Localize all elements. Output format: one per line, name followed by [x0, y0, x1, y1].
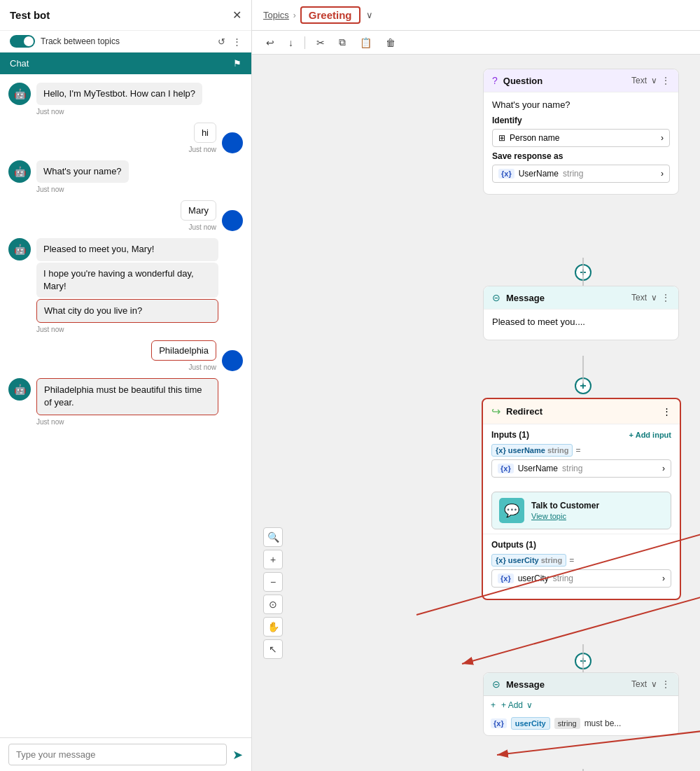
question-node: ? Question Text ∨ ⋮ What's your name? Id…	[483, 69, 679, 195]
node-header-left: ⊝ Message	[492, 679, 545, 690]
user-bubble-wrap: Mary Just now	[181, 200, 216, 231]
copy-button[interactable]: ⧉	[336, 35, 349, 50]
close-button[interactable]: ✕	[232, 8, 241, 22]
talk-text: Talk to Customer View topic	[531, 501, 599, 520]
node-title-2: Message	[506, 679, 545, 690]
text-label-2: Text	[631, 679, 647, 689]
add-text: + Add	[501, 700, 523, 710]
top-bar: Topics › Greeting ∨	[252, 0, 700, 31]
var-badge: {x}	[498, 169, 514, 179]
chat-tab[interactable]: Chat ⚑	[0, 53, 251, 74]
paste-button[interactable]: 📋	[357, 36, 374, 50]
add-row[interactable]: + + Add ∨	[484, 696, 678, 714]
text-label: Text	[631, 76, 647, 85]
redirect-header-left: ↪ Redirect	[491, 405, 542, 418]
equals-sign: =	[569, 555, 574, 565]
type-chevron-icon[interactable]: ∨	[651, 293, 657, 303]
talk-icon: 💬	[499, 498, 524, 523]
var-badge: {x}	[498, 464, 514, 473]
breadcrumb-topics[interactable]: Topics	[263, 10, 289, 20]
inputs-label: Inputs (1)	[491, 430, 529, 440]
toggle-row: Track between topics ↺ ⋮	[0, 31, 251, 53]
user-bubble-wrap: hi Just now	[189, 123, 216, 153]
bot-bubble: Pleased to meet you, Mary!	[36, 238, 218, 261]
username-source-row[interactable]: {x} UserName string ›	[491, 459, 671, 478]
breadcrumb: Topics › Greeting ∨	[263, 6, 373, 24]
chat-messages: 🤖 Hello, I'm MyTestbot. How can I help? …	[0, 74, 251, 737]
equals-sign: =	[575, 445, 580, 455]
delete-button[interactable]: 🗑	[383, 36, 398, 50]
pan-button[interactable]: ✋	[263, 617, 283, 637]
usercity-source-row[interactable]: {x} userCity string ›	[491, 569, 671, 588]
more-options-icon[interactable]: ⋮	[662, 76, 670, 85]
chevron-right-icon: ›	[662, 574, 665, 583]
refresh-icon[interactable]: ↺	[218, 36, 225, 47]
message-node-2: ⊝ Message Text ∨ ⋮ + + Add ∨ {x} userCit…	[483, 672, 679, 736]
outputs-section: Outputs (1) {x} userCity string = {x} us…	[483, 534, 680, 599]
inputs-section: Inputs (1) + Add input {x} userName stri…	[483, 424, 680, 487]
var-badge: {x}	[498, 574, 514, 583]
output-source-name: userCity	[518, 574, 549, 583]
plus-connector-1[interactable]: +	[575, 264, 592, 281]
text-label: Text	[631, 293, 647, 303]
save-var-name: UserName	[519, 169, 559, 179]
more-icon[interactable]: ⋮	[232, 36, 241, 47]
view-topic-link[interactable]: View topic	[531, 512, 599, 520]
add-chevron-icon: ∨	[526, 700, 533, 710]
message2-header: ⊝ Message Text ∨ ⋮	[484, 673, 678, 696]
add-input-button[interactable]: + Add input	[629, 431, 671, 439]
add-label: +	[491, 700, 496, 710]
node-header-right: Text ∨ ⋮	[631, 76, 670, 85]
chat-input[interactable]	[8, 744, 227, 765]
talk-customer-box: 💬 Talk to Customer View topic	[491, 492, 671, 529]
zoom-in-button[interactable]: +	[263, 550, 283, 569]
input-var-row: {x} userName string =	[491, 444, 671, 457]
var-badge: {x}	[496, 446, 506, 454]
breadcrumb-separator: ›	[293, 11, 296, 20]
plus-connector-3[interactable]: +	[575, 653, 592, 669]
breadcrumb-chevron-icon[interactable]: ∨	[366, 10, 373, 20]
bot-bubble-highlighted: What city do you live in?	[36, 299, 218, 323]
chevron-right-icon: ›	[662, 464, 665, 473]
zoom-tools: 🔍 + − ⊙ ✋ ↖	[263, 527, 283, 659]
bot-message-row: 🤖 Hello, I'm MyTestbot. How can I help? …	[8, 83, 243, 116]
input-var-name: userName	[508, 446, 545, 454]
bot-bubble-highlighted: Philadelphia must be beautiful this time…	[36, 378, 218, 415]
type-chevron-icon[interactable]: ∨	[651, 679, 657, 689]
canvas-area: ? Question Text ∨ ⋮ What's your name? Id…	[252, 55, 700, 771]
chat-tab-label: Chat	[10, 58, 29, 69]
toggle-label: Track between topics	[41, 36, 120, 46]
redo-button[interactable]: ↓	[286, 36, 296, 50]
bot-message-row: 🤖 Pleased to meet you, Mary! I hope you'…	[8, 238, 243, 333]
zoom-out-button[interactable]: −	[263, 572, 283, 592]
undo-button[interactable]: ↩	[263, 36, 277, 50]
save-response-left: {x} UserName string	[498, 169, 583, 179]
must-be-text: must be...	[584, 718, 622, 728]
fit-view-button[interactable]: ⊙	[263, 595, 283, 614]
output-var-name: userCity	[508, 556, 539, 564]
plus-connector-2[interactable]: +	[575, 377, 592, 394]
identify-label: Identify	[492, 116, 670, 125]
bot-bubble-wrap: Pleased to meet you, Mary! I hope you're…	[36, 238, 218, 333]
save-response-row[interactable]: {x} UserName string ›	[492, 165, 670, 183]
more-options-icon[interactable]: ⋮	[662, 679, 670, 689]
save-response-label: Save response as	[492, 151, 670, 161]
select-button[interactable]: ↖	[263, 639, 283, 659]
chevron-right-icon: ›	[661, 169, 664, 179]
node-header-left: ⊝ Message	[492, 292, 545, 303]
toggle-switch[interactable]	[10, 35, 35, 48]
bot-bubble: What's your name?	[36, 160, 129, 183]
type-chevron-icon[interactable]: ∨	[651, 76, 657, 85]
cut-button[interactable]: ✂	[314, 36, 328, 50]
more-options-icon[interactable]: ⋮	[662, 293, 670, 303]
redirect-more-icon[interactable]: ⋮	[662, 406, 671, 417]
identify-row[interactable]: ⊞ Person name ›	[492, 129, 670, 147]
message2-icon: ⊝	[492, 679, 500, 690]
bot-avatar: 🤖	[8, 378, 31, 401]
breadcrumb-current[interactable]: Greeting	[300, 6, 360, 24]
send-button[interactable]: ➤	[232, 747, 243, 763]
input-var-type: string	[547, 446, 569, 454]
bot-avatar: 🤖	[8, 160, 31, 183]
message-node-1: ⊝ Message Text ∨ ⋮ Pleased to meet you..…	[483, 286, 679, 340]
zoom-magnify-button[interactable]: 🔍	[263, 527, 283, 547]
